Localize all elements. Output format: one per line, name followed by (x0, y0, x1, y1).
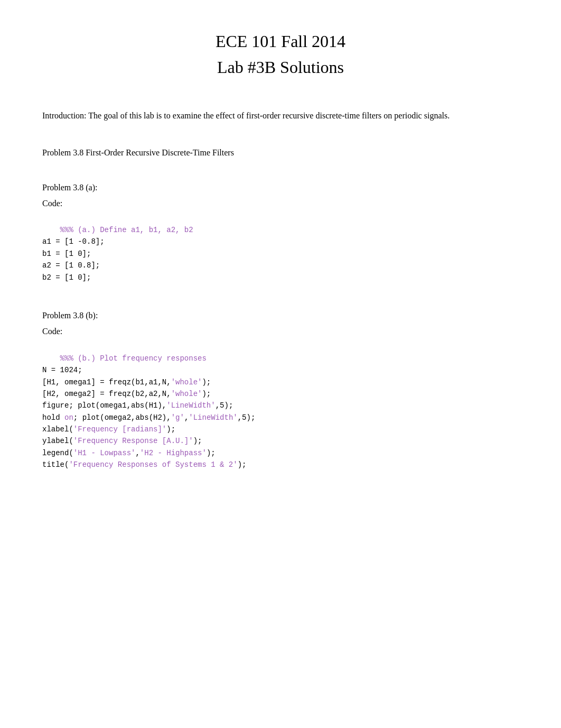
page-header: ECE 101 Fall 2014 Lab #3B Solutions (42, 32, 519, 77)
intro-section: Introduction: The goal of this lab is to… (42, 109, 519, 123)
code-line-5: b2 = [1 0]; (42, 273, 91, 282)
title-sub: Lab #3B Solutions (42, 58, 519, 77)
intro-text: Introduction: The goal of this lab is to… (42, 109, 519, 123)
problem-b-heading: Problem 3.8 (b): (42, 311, 519, 320)
problem-b-section: Problem 3.8 (b): Code: %%% (b.) Plot fre… (42, 311, 519, 483)
problem-a-code-label: Code: (42, 199, 519, 208)
code-line-2: a1 = [1 -0.8]; (42, 237, 105, 246)
code-b-line-8: ylabel('Frequency Response [A.U.]'); (42, 437, 202, 445)
code-b-line-2: N = 1024; (42, 366, 82, 374)
code-b-line-7: xlabel('Frequency [radians]'); (42, 425, 175, 434)
code-b-line-10: title('Frequency Responses of Systems 1 … (42, 460, 247, 469)
title-main: ECE 101 Fall 2014 (42, 32, 519, 51)
code-b-line-9: legend('H1 - Lowpass','H2 - Highpass'); (42, 449, 216, 457)
problem-b-code: %%% (b.) Plot frequency responses N = 10… (42, 340, 519, 483)
code-b-line-1: %%% (b.) Plot frequency responses (60, 354, 207, 363)
code-line-3: b1 = [1 0]; (42, 250, 91, 258)
problem-heading-section: Problem 3.8 First-Order Recursive Discre… (42, 148, 519, 158)
problem-heading: Problem 3.8 First-Order Recursive Discre… (42, 148, 519, 158)
code-b-line-5: figure; plot(omega1,abs(H1),'LineWidth',… (42, 401, 233, 410)
problem-a-section: Problem 3.8 (a): Code: %%% (a.) Define a… (42, 183, 519, 296)
code-b-line-4: [H2, omega2] = freqz(b2,a2,N,'whole'); (42, 390, 211, 398)
code-b-line-6: hold on; plot(omega2,abs(H2),'g','LineWi… (42, 413, 255, 422)
code-line-4: a2 = [1 0.8]; (42, 261, 100, 270)
problem-b-code-label: Code: (42, 327, 519, 336)
problem-a-code: %%% (a.) Define a1, b1, a2, b2 a1 = [1 -… (42, 213, 519, 296)
code-b-line-3: [H1, omega1] = freqz(b1,a1,N,'whole'); (42, 378, 211, 386)
problem-a-heading: Problem 3.8 (a): (42, 183, 519, 192)
code-line-1: %%% (a.) Define a1, b1, a2, b2 (60, 226, 193, 234)
